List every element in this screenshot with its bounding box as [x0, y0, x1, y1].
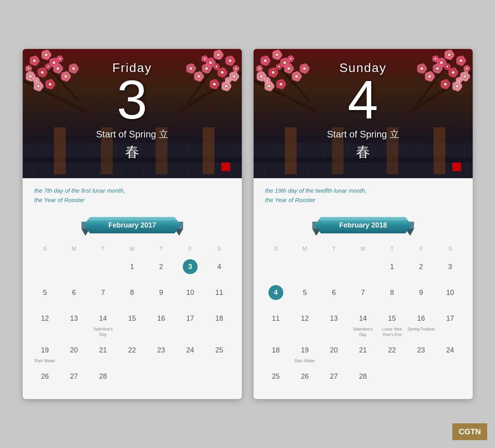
calendar-cell: 10 [436, 284, 464, 307]
calendar-date-number: 17 [443, 311, 457, 326]
calendar-date-number: 10 [443, 285, 457, 300]
calendar-cell: 25 [261, 368, 290, 391]
calendar-event-label: Lunar New Year's Eve [378, 327, 406, 337]
calendar-cell: 15 [117, 309, 146, 339]
calendar-date-number: 23 [154, 343, 169, 358]
calendar-cell [348, 258, 377, 281]
calendar-cell: 16 [147, 309, 176, 339]
red-seal [452, 163, 461, 171]
calendar-cell: 27 [59, 368, 88, 391]
calendar-cell: 26 [290, 368, 319, 391]
calendar-cell: 20 [319, 341, 348, 365]
calendar-date-number: 9 [414, 285, 428, 300]
calendar-date-number: 11 [212, 285, 227, 300]
calendar-cell: 7 [348, 284, 377, 307]
calendar-date-number: 21 [95, 343, 110, 358]
calendar-event-label: Valentine's Day [349, 327, 376, 337]
calendar-date-number: 20 [67, 343, 81, 358]
calendar-date-number: 8 [385, 285, 400, 300]
calendar-cell: 23 [147, 341, 176, 365]
calendar-date-number: 14 [355, 311, 370, 326]
calendar-date-number: 4 [212, 259, 227, 274]
calendar-cell: 11 [205, 284, 234, 307]
calendar-cell: 6 [59, 284, 88, 307]
calendar-date-number: 6 [326, 285, 341, 300]
calendar-cell: 5 [290, 284, 319, 307]
svg-point-201 [203, 58, 205, 60]
svg-text:February 2017: February 2017 [108, 221, 156, 229]
calendar-cell: 20 [59, 341, 88, 365]
calendar-cell: 17 [436, 309, 464, 339]
svg-marker-416 [319, 217, 408, 220]
calendar-cell [261, 258, 290, 281]
calendar-cell: 12 [290, 309, 319, 339]
svg-point-254 [275, 53, 278, 56]
calendar-cell: 11 [261, 309, 290, 339]
day-header: T [319, 244, 348, 254]
calendar-event-label: Rain Water [295, 358, 315, 364]
calendar-date-number: 19 [297, 343, 312, 358]
calendar-date-number: 23 [414, 343, 428, 358]
calendar-date-number: 26 [297, 369, 312, 384]
day-header: M [290, 244, 319, 254]
calendar-cell: 9 [147, 284, 176, 307]
month-banner: February 2017 [23, 215, 242, 236]
calendar-event-label: Spring Festival [407, 327, 434, 332]
calendar-cell: 28 [88, 368, 117, 391]
calendar-cell [176, 368, 205, 391]
calendar-cell [147, 368, 176, 391]
calendar-cell: 13 [319, 309, 348, 339]
calendar-cell: 3 [176, 258, 205, 281]
calendar-date-number: 10 [183, 285, 198, 300]
calendar-cell: 1 [378, 258, 407, 281]
calendar-date-number: 17 [183, 311, 198, 326]
calendar-cell: 9 [407, 284, 436, 307]
calendar-date-number: 22 [124, 343, 139, 358]
calendar-cell: 17 [176, 309, 205, 339]
cgtn-badge: CGTN [452, 423, 487, 440]
calendar-date-number: 11 [268, 311, 283, 326]
calendar-cell [378, 368, 407, 391]
calendar-cell [407, 368, 436, 391]
calendar-cell: 19Rain Water [31, 341, 59, 365]
calendar-date-number: 16 [154, 311, 169, 326]
calendar-date-number: 2 [154, 259, 169, 274]
calendar-cell: 18 [261, 341, 290, 365]
calendar-cell [59, 258, 88, 281]
calendar-date-number: 18 [212, 311, 227, 326]
calendar-date-number[interactable]: 4 [268, 285, 283, 300]
calendar-date-number[interactable]: 3 [183, 259, 198, 274]
calendar-cell [205, 368, 234, 391]
svg-point-117 [59, 58, 61, 60]
svg-point-326 [290, 58, 292, 60]
date-number: 3 [23, 72, 242, 127]
calendar-date-number: 28 [95, 369, 110, 384]
calendar-date-number: 15 [124, 311, 139, 326]
svg-point-410 [434, 58, 436, 60]
calendar-date-number: 14 [95, 311, 110, 326]
calendar-cell: 7 [88, 284, 117, 307]
calendar-date-number: 25 [212, 343, 227, 358]
calendar-date-number: 22 [385, 343, 400, 358]
calendar-cell [117, 368, 146, 391]
calendar-date-number: 5 [38, 285, 52, 300]
calendar-date-number: 6 [67, 285, 81, 300]
festival-label: Start of Spring 立春 [23, 127, 242, 163]
day-header: S [31, 244, 59, 254]
calendar-cell: 23 [407, 341, 436, 365]
festival-label: Start of Spring 立春 [254, 127, 473, 163]
calendar-date-number: 26 [38, 369, 52, 384]
day-header: W [348, 244, 377, 254]
calendar-cell: 5 [31, 284, 59, 307]
calendar-cell: 13 [59, 309, 88, 339]
calendar-date-number: 16 [414, 311, 428, 326]
calendar-date-number: 27 [67, 369, 81, 384]
calendar-cell: 3 [436, 258, 464, 281]
day-header: M [59, 244, 88, 254]
day-header: W [117, 244, 146, 254]
calendar-date-number: 15 [385, 311, 400, 326]
calendar-cell: 25 [205, 341, 234, 365]
day-header: T [88, 244, 117, 254]
svg-marker-207 [88, 217, 177, 220]
calendar-cell: 4 [205, 258, 234, 281]
